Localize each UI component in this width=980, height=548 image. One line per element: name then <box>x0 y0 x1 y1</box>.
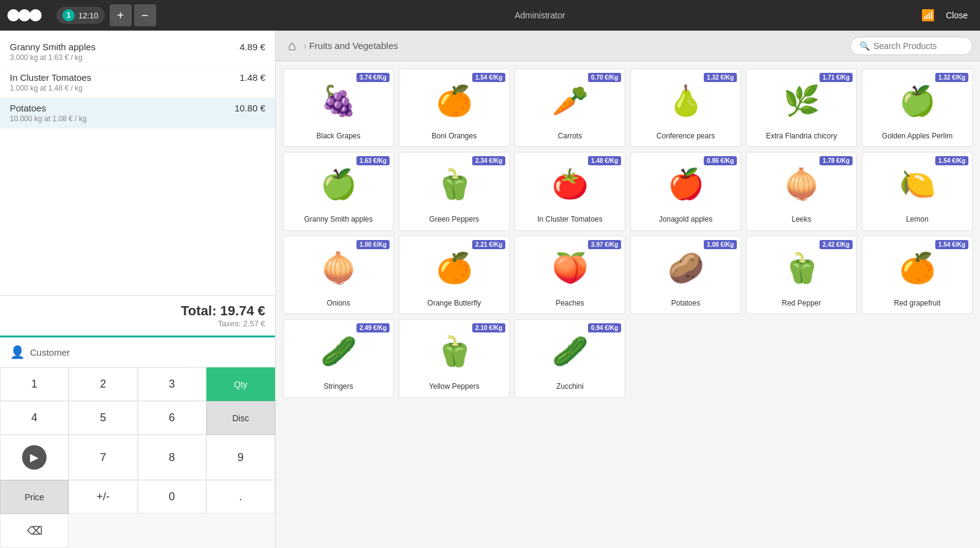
breadcrumb-separator: › <box>303 40 306 51</box>
key-dot[interactable]: . <box>206 480 275 514</box>
search-input[interactable] <box>873 41 959 51</box>
key-8[interactable]: 8 <box>138 435 206 480</box>
order-line-details: 10.000 kg at 1.08 € / kg <box>10 114 265 123</box>
breadcrumb-category: Fruits and Vegetables <box>309 40 398 51</box>
right-panel: ⌂ › Fruits and Vegetables 🔍 3.74 €/Kg 🍇 … <box>276 31 980 548</box>
product-card[interactable]: 2.10 €/Kg 🫑 Yellow Peppers <box>399 319 510 397</box>
price-badge: 0.86 €/Kg <box>704 156 737 165</box>
order-line-name: Granny Smith apples <box>10 42 96 52</box>
customer-button[interactable]: 👤 Customer <box>0 337 98 367</box>
price-badge: 2.42 €/Kg <box>820 240 853 249</box>
breadcrumb-bar: ⌂ › Fruits and Vegetables 🔍 <box>276 31 980 61</box>
order-line-name: In Cluster Tomatoes <box>10 72 91 83</box>
product-name: Potatoes <box>668 298 704 309</box>
product-name: Onions <box>323 298 353 309</box>
numpad-top: 👤 Customer <box>0 337 275 367</box>
svg-point-0 <box>7 9 20 21</box>
key-4[interactable]: 4 <box>0 401 69 435</box>
add-order-button[interactable]: + <box>110 4 132 26</box>
order-line[interactable]: Potatoes 10.80 € 10.000 kg at 1.08 € / k… <box>0 98 275 129</box>
svg-point-2 <box>29 9 42 21</box>
disc-button[interactable]: Disc <box>206 401 275 435</box>
order-line-price: 1.48 € <box>239 72 265 83</box>
price-badge: 2.21 €/Kg <box>472 240 505 249</box>
product-name: Carrots <box>554 130 586 141</box>
product-card[interactable]: 1.54 €/Kg 🍋 Lemon <box>862 152 973 230</box>
key-2[interactable]: 2 <box>69 367 137 401</box>
product-name: Red Pepper <box>778 298 824 309</box>
price-badge: 0.70 €/Kg <box>588 73 621 82</box>
product-card[interactable]: 2.34 €/Kg 🫑 Green Peppers <box>399 152 510 230</box>
product-card[interactable]: 2.42 €/Kg 🫑 Red Pepper <box>746 236 857 314</box>
wifi-icon: 📶 <box>921 9 935 22</box>
product-card[interactable]: 2.49 €/Kg 🥒 Stringers <box>283 319 394 397</box>
price-button[interactable]: Price <box>0 480 69 514</box>
product-card[interactable]: 1.71 €/Kg 🌿 Extra Flandria chicory <box>746 69 857 147</box>
product-card[interactable]: 1.78 €/Kg 🧅 Leeks <box>746 152 857 230</box>
product-name: Leeks <box>788 214 815 225</box>
product-name: Green Peppers <box>426 214 483 225</box>
price-badge: 1.54 €/Kg <box>935 156 968 165</box>
order-line-price: 4.89 € <box>239 42 265 52</box>
key-5[interactable]: 5 <box>69 401 137 435</box>
price-badge: 2.49 €/Kg <box>356 323 390 332</box>
product-name: Stringers <box>320 381 356 392</box>
close-button[interactable]: Close <box>941 8 973 23</box>
home-button[interactable]: ⌂ <box>283 36 301 56</box>
product-name: Zucchini <box>552 381 587 392</box>
payment-circle-button[interactable]: ▶ <box>0 435 69 480</box>
price-badge: 3.74 €/Kg <box>356 73 390 82</box>
product-card[interactable]: 1.48 €/Kg 🍅 In Cluster Tomatoes <box>514 152 625 230</box>
product-card[interactable]: 0.70 €/Kg 🥕 Carrots <box>514 69 625 147</box>
product-card[interactable]: 2.21 €/Kg 🍊 Orange Butterfly <box>399 236 510 314</box>
product-name: Extra Flandria chicory <box>762 130 840 141</box>
price-badge: 1.54 €/Kg <box>935 240 968 249</box>
order-line[interactable]: In Cluster Tomatoes 1.48 € 1.000 kg at 1… <box>0 67 275 98</box>
product-name: Yellow Peppers <box>425 381 483 392</box>
product-name: Black Grapes <box>312 130 364 141</box>
taxes-amount: Taxes: 2.57 € <box>10 319 265 328</box>
key-backspace[interactable]: ⌫ <box>0 514 69 548</box>
key-9[interactable]: 9 <box>206 435 275 480</box>
product-card[interactable]: 3.97 €/Kg 🍑 Peaches <box>514 236 625 314</box>
price-badge: 1.54 €/Kg <box>472 73 505 82</box>
product-card[interactable]: 1.00 €/Kg 🧅 Onions <box>283 236 394 314</box>
odoo-logo-svg <box>7 6 44 25</box>
product-card[interactable]: 1.63 €/Kg 🍏 Granny Smith apples <box>283 152 394 230</box>
main-layout: Granny Smith apples 4.89 € 3.000 kg at 1… <box>0 31 980 548</box>
product-name: Orange Butterfly <box>424 298 484 309</box>
order-tab[interactable]: 1 12:10 <box>56 7 105 24</box>
remove-order-button[interactable]: − <box>134 4 156 26</box>
product-card[interactable]: 1.32 €/Kg 🍐 Conference pears <box>630 69 741 147</box>
price-badge: 1.32 €/Kg <box>704 73 737 82</box>
order-line[interactable]: Granny Smith apples 4.89 € 3.000 kg at 1… <box>0 37 275 67</box>
product-name: Lemon <box>902 214 932 225</box>
key-0[interactable]: 0 <box>138 480 206 514</box>
key-3[interactable]: 3 <box>138 367 206 401</box>
price-badge: 2.34 €/Kg <box>472 156 505 165</box>
product-card[interactable]: 0.94 €/Kg 🥒 Zucchini <box>514 319 625 397</box>
order-number: 1 <box>62 9 75 21</box>
key-6[interactable]: 6 <box>138 401 206 435</box>
customer-icon: 👤 <box>10 345 25 359</box>
product-card[interactable]: 1.54 €/Kg 🍊 Boni Oranges <box>399 69 510 147</box>
key-plusminus[interactable]: +/- <box>69 480 137 514</box>
order-line-details: 3.000 kg at 1.63 € / kg <box>10 53 265 62</box>
key-7[interactable]: 7 <box>69 435 137 480</box>
order-line-details: 1.000 kg at 1.48 € / kg <box>10 84 265 92</box>
odoo-logo <box>7 6 44 25</box>
product-card[interactable]: 3.74 €/Kg 🍇 Black Grapes <box>283 69 394 147</box>
price-badge: 1.00 €/Kg <box>356 240 390 249</box>
product-card[interactable]: 1.54 €/Kg 🍊 Red grapefruit <box>862 236 973 314</box>
admin-name: Administrator <box>159 10 922 20</box>
product-card[interactable]: 1.08 €/Kg 🥔 Potatoes <box>630 236 741 314</box>
qty-button[interactable]: Qty <box>206 367 275 401</box>
order-lines: Granny Smith apples 4.89 € 3.000 kg at 1… <box>0 31 275 295</box>
key-1[interactable]: 1 <box>0 367 69 401</box>
product-name: Jonagold apples <box>655 214 716 225</box>
numpad: 👤 Customer 1 2 3 Qty 4 5 6 Disc ▶ 7 <box>0 336 275 548</box>
order-total: Total: 19.74 € Taxes: 2.57 € <box>0 295 275 336</box>
product-card[interactable]: 0.86 €/Kg 🍎 Jonagold apples <box>630 152 741 230</box>
total-amount: Total: 19.74 € <box>10 303 265 319</box>
product-card[interactable]: 1.32 €/Kg 🍏 Golden Apples Perlim <box>862 69 973 147</box>
